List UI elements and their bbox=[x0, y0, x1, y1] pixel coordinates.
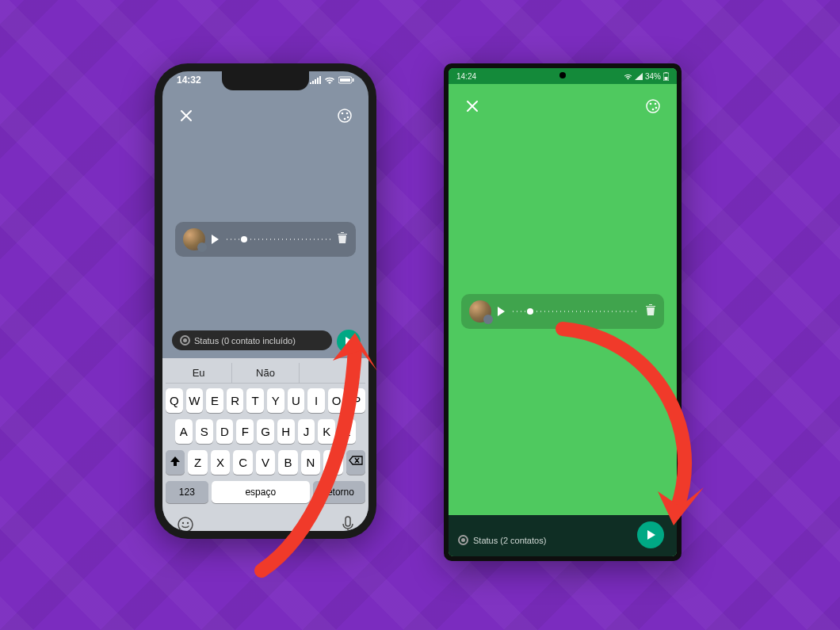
key-a[interactable]: A bbox=[175, 419, 193, 444]
svg-point-8 bbox=[178, 517, 193, 531]
android-battery-percent: 34% bbox=[645, 72, 661, 81]
svg-point-17 bbox=[655, 103, 657, 105]
android-device-frame: 14:24 34% bbox=[444, 63, 682, 561]
recipient-label: Status (2 contatos) bbox=[473, 536, 546, 545]
wifi-icon bbox=[624, 73, 632, 80]
svg-point-5 bbox=[346, 113, 349, 115]
recipient-chip-bar[interactable]: Status (0 contato incluído) bbox=[172, 330, 332, 350]
svg-point-9 bbox=[182, 522, 184, 524]
backspace-key[interactable] bbox=[346, 450, 365, 475]
shift-key[interactable] bbox=[166, 450, 185, 475]
user-avatar bbox=[469, 300, 491, 323]
status-chip: Status (0 contato incluído) bbox=[180, 335, 296, 346]
key-m[interactable]: M bbox=[323, 450, 342, 475]
svg-point-19 bbox=[652, 109, 655, 111]
send-button[interactable] bbox=[637, 521, 664, 548]
key-j[interactable]: J bbox=[298, 419, 315, 444]
key-o[interactable]: O bbox=[328, 388, 346, 413]
audio-waveform[interactable] bbox=[225, 239, 330, 240]
key-i[interactable]: I bbox=[307, 388, 325, 413]
key-y[interactable]: Y bbox=[267, 388, 284, 413]
key-row-3: Z X C V B N M bbox=[166, 450, 365, 475]
key-f[interactable]: F bbox=[236, 419, 254, 444]
key-row-4: 123 espaço retorno bbox=[166, 481, 365, 503]
suggestion-2[interactable]: Não bbox=[231, 363, 299, 383]
close-button[interactable] bbox=[461, 95, 483, 117]
key-r[interactable]: R bbox=[227, 388, 244, 413]
recipient-chip-bar[interactable]: Status (2 contatos) bbox=[458, 535, 546, 545]
key-v[interactable]: V bbox=[256, 450, 275, 475]
svg-point-10 bbox=[187, 522, 189, 524]
keyboard-suggestions: Eu Não bbox=[166, 363, 365, 384]
status-ring-icon bbox=[458, 535, 468, 545]
send-icon bbox=[647, 530, 655, 540]
close-icon bbox=[180, 109, 193, 122]
palette-button[interactable] bbox=[334, 105, 356, 127]
key-s[interactable]: S bbox=[196, 419, 213, 444]
suggestion-3[interactable] bbox=[300, 363, 365, 383]
android-time: 14:24 bbox=[456, 72, 476, 81]
play-button[interactable] bbox=[212, 235, 219, 244]
svg-point-4 bbox=[342, 113, 344, 115]
mic-button[interactable] bbox=[342, 516, 354, 531]
whatsapp-status-header bbox=[162, 97, 368, 135]
palette-icon bbox=[337, 108, 353, 124]
key-t[interactable]: T bbox=[246, 388, 264, 413]
iphone-device-frame: 14:32 Status bbox=[155, 63, 376, 539]
suggestion-1[interactable]: Eu bbox=[166, 363, 231, 383]
svg-point-15 bbox=[647, 100, 659, 113]
svg-point-16 bbox=[650, 103, 652, 105]
key-n[interactable]: N bbox=[301, 450, 320, 475]
svg-rect-11 bbox=[346, 517, 350, 526]
audio-waveform[interactable] bbox=[511, 311, 639, 312]
numeric-key[interactable]: 123 bbox=[166, 481, 208, 503]
palette-button[interactable] bbox=[642, 95, 664, 117]
key-z[interactable]: Z bbox=[188, 450, 207, 475]
android-status-icons: 34% bbox=[624, 72, 669, 81]
delete-button[interactable] bbox=[645, 304, 656, 319]
key-b[interactable]: B bbox=[278, 450, 297, 475]
close-button[interactable] bbox=[175, 105, 197, 127]
key-d[interactable]: D bbox=[216, 419, 234, 444]
key-c[interactable]: C bbox=[233, 450, 252, 475]
key-k[interactable]: K bbox=[318, 419, 335, 444]
svg-point-7 bbox=[344, 118, 346, 120]
send-button[interactable] bbox=[337, 330, 361, 353]
svg-point-6 bbox=[347, 116, 349, 119]
key-w[interactable]: W bbox=[186, 388, 204, 413]
key-e[interactable]: E bbox=[206, 388, 223, 413]
user-avatar bbox=[183, 228, 205, 250]
svg-rect-1 bbox=[340, 78, 350, 82]
key-g[interactable]: G bbox=[257, 419, 274, 444]
iphone-screen: 14:32 Status bbox=[162, 71, 368, 531]
return-key[interactable]: retorno bbox=[313, 481, 365, 503]
android-camera-hole bbox=[559, 72, 566, 78]
key-x[interactable]: X bbox=[211, 450, 230, 475]
whatsapp-status-header bbox=[449, 87, 677, 125]
delete-button[interactable] bbox=[337, 231, 348, 247]
svg-rect-13 bbox=[665, 77, 668, 80]
key-l[interactable]: L bbox=[338, 419, 356, 444]
svg-point-3 bbox=[338, 109, 351, 122]
emoji-icon bbox=[177, 516, 194, 531]
ios-status-icons bbox=[310, 74, 354, 86]
recipient-label: Status (0 contato incluído) bbox=[194, 336, 296, 346]
key-u[interactable]: U bbox=[288, 388, 305, 413]
emoji-button[interactable] bbox=[177, 516, 194, 531]
key-row-2: A S D F G H J K L bbox=[166, 419, 365, 444]
keyboard-bottom-row bbox=[166, 510, 365, 531]
signal-icon bbox=[635, 73, 643, 80]
wifi-icon bbox=[324, 76, 335, 84]
space-key[interactable]: espaço bbox=[212, 481, 310, 503]
mic-icon bbox=[342, 516, 354, 531]
key-q[interactable]: Q bbox=[166, 388, 183, 413]
play-button[interactable] bbox=[498, 307, 505, 316]
key-p[interactable]: P bbox=[348, 388, 365, 413]
signal-icon bbox=[310, 76, 321, 84]
svg-point-18 bbox=[655, 107, 658, 109]
svg-rect-14 bbox=[666, 72, 667, 73]
iphone-notch bbox=[222, 71, 309, 90]
status-ring-icon bbox=[180, 335, 190, 346]
voice-message-preview bbox=[175, 222, 356, 257]
key-h[interactable]: H bbox=[277, 419, 295, 444]
